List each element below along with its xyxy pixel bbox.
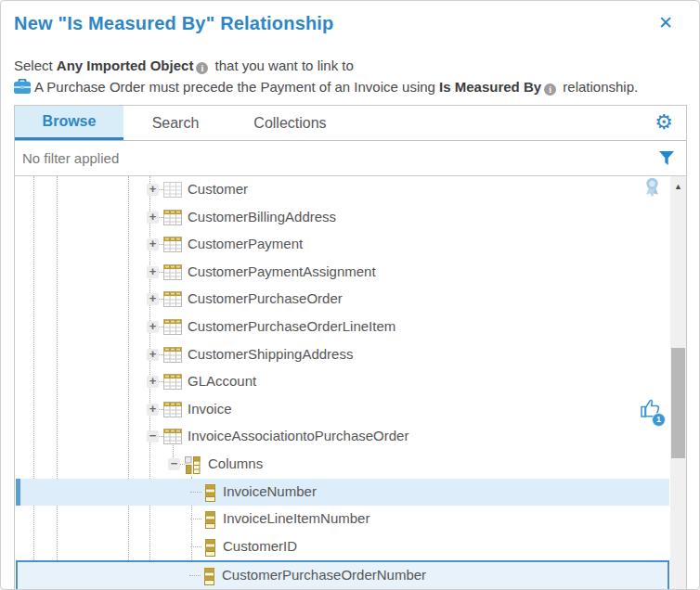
tab-browse[interactable]: Browse <box>15 106 123 140</box>
award-badge-icon[interactable] <box>644 177 660 201</box>
table-icon <box>163 264 182 284</box>
select-prefix: Select <box>14 58 57 73</box>
tree-scrollbar[interactable]: ▲ <box>670 176 686 590</box>
rule-suffix: relationship. <box>559 79 638 95</box>
info-icon[interactable]: i <box>196 62 208 74</box>
table-icon <box>163 237 182 256</box>
expand-plus-icon[interactable]: + <box>147 184 159 196</box>
tree-item-label: CustomerPurchaseOrderNumber <box>222 567 426 583</box>
endorsement-thumbs-up-icon[interactable]: 1 <box>640 397 662 423</box>
tree-item-CustomerPurchaseOrderNumber[interactable]: CustomerPurchaseOrderNumber <box>16 560 669 590</box>
table-icon <box>163 210 182 229</box>
tree-item-CustomerBillingAddress[interactable]: +CustomerBillingAddress <box>16 204 669 231</box>
new-relationship-dialog: New "Is Measured By" Relationship ✕ Sele… <box>0 0 700 590</box>
column-icon <box>205 484 215 506</box>
tree-item-GLAccount[interactable]: +GLAccount <box>16 368 669 395</box>
table-icon <box>163 319 182 339</box>
select-instruction-line: Select Any Imported Objecti that you wan… <box>14 55 638 76</box>
tree-item-Invoice[interactable]: +Invoice1 <box>16 396 669 423</box>
scrollbar-up-arrow-icon[interactable]: ▲ <box>670 182 686 191</box>
expand-plus-icon[interactable]: + <box>147 212 159 224</box>
expand-plus-icon[interactable]: + <box>147 404 159 416</box>
tab-search[interactable]: Search <box>123 106 227 140</box>
filter-status: No filter applied <box>22 150 119 166</box>
tree-item-CustomerPurchaseOrderLineItem[interactable]: +CustomerPurchaseOrderLineItem <box>16 314 669 340</box>
filter-funnel-icon[interactable] <box>659 150 675 170</box>
column-icon <box>205 511 215 532</box>
tree-item-CustomerShippingAddress[interactable]: +CustomerShippingAddress <box>16 341 669 368</box>
tree-item-label: CustomerID <box>223 538 297 554</box>
select-suffix: that you want to link to <box>211 58 353 73</box>
rule-prefix: A Purchase Order must precede the Paymen… <box>34 79 439 95</box>
tree-item-label: CustomerBillingAddress <box>188 209 336 224</box>
table-icon <box>163 429 182 448</box>
filter-bar: No filter applied <box>15 141 686 176</box>
tree-item-InvoiceLineItemNumber[interactable]: InvoiceLineItemNumber <box>16 506 669 532</box>
column-icon <box>204 568 214 589</box>
tree-item-label: Columns <box>208 455 263 471</box>
table-icon <box>163 402 182 421</box>
relationship-type-label: Is Measured By <box>439 79 541 95</box>
expand-plus-icon[interactable]: + <box>147 266 159 278</box>
tree-item-CustomerPaymentAssignment[interactable]: +CustomerPaymentAssignment <box>16 259 669 286</box>
tree-item-label: CustomerPaymentAssignment <box>188 263 376 279</box>
dialog-title: New "Is Measured By" Relationship <box>14 13 334 34</box>
object-tree: ▲ +Customer+CustomerBillingAddress+Custo… <box>15 176 686 590</box>
object-type-label: Any Imported Object <box>57 58 194 73</box>
gear-icon[interactable]: ⚙ <box>655 110 673 135</box>
browser-tabbar: Browse Search Collections ⚙ <box>15 106 686 141</box>
tree-connector <box>190 492 201 493</box>
tree-item-CustomerPurchaseOrder[interactable]: +CustomerPurchaseOrder <box>16 286 669 313</box>
table-icon <box>163 347 182 366</box>
tree-item-Customer[interactable]: +Customer <box>16 176 669 203</box>
tree-item-label: InvoiceAssociationtoPurchaseOrder <box>188 428 408 443</box>
tree-item-label: CustomerPurchaseOrderLineItem <box>188 318 395 334</box>
column-icon <box>205 539 215 560</box>
tree-connector <box>189 575 201 576</box>
tree-item-CustomerID[interactable]: CustomerID <box>16 533 669 560</box>
tree-item-InvoiceAssociationtoPurchaseOrder[interactable]: −InvoiceAssociationtoPurchaseOrder <box>16 423 669 450</box>
briefcase-icon <box>14 78 31 99</box>
intro-text: Select Any Imported Objecti that you wan… <box>14 55 638 99</box>
tree-item-label: CustomerShippingAddress <box>188 346 353 362</box>
tree-connector <box>190 546 201 547</box>
tree-item-label: Invoice <box>188 401 232 417</box>
table-muted-icon <box>163 182 182 201</box>
tree-item-label: CustomerPurchaseOrder <box>188 290 343 306</box>
expand-plus-icon[interactable]: + <box>147 238 159 250</box>
tab-collections[interactable]: Collections <box>227 106 353 140</box>
info-icon[interactable]: i <box>544 83 556 96</box>
scrollbar-thumb[interactable] <box>671 348 685 458</box>
table-icon <box>163 291 182 311</box>
expand-plus-icon[interactable]: + <box>147 293 159 305</box>
collapse-minus-icon[interactable]: − <box>147 430 159 442</box>
tree-item-label: InvoiceLineItemNumber <box>223 510 369 526</box>
tree-item-CustomerPayment[interactable]: +CustomerPayment <box>16 231 669 258</box>
expand-plus-icon[interactable]: + <box>147 321 159 333</box>
tree-item-label: Customer <box>188 181 248 197</box>
columns-group-icon <box>185 456 201 478</box>
close-icon[interactable]: ✕ <box>658 14 673 32</box>
rule-description-line: A Purchase Order must precede the Paymen… <box>14 76 638 99</box>
tree-connector <box>190 519 201 519</box>
expand-plus-icon[interactable]: + <box>147 349 159 361</box>
expand-plus-icon[interactable]: + <box>147 376 159 388</box>
tree-item-label: CustomerPayment <box>188 236 303 251</box>
tree-item-label: GLAccount <box>188 373 256 389</box>
tree-item-label: InvoiceNumber <box>223 483 317 499</box>
object-browser-panel: Browse Search Collections ⚙ No filter ap… <box>14 105 687 590</box>
collapse-minus-icon[interactable]: − <box>168 458 180 470</box>
tree-item-InvoiceNumber[interactable]: InvoiceNumber <box>16 479 669 506</box>
table-icon <box>163 374 182 393</box>
tree-item-Columns[interactable]: −Columns <box>16 451 669 478</box>
